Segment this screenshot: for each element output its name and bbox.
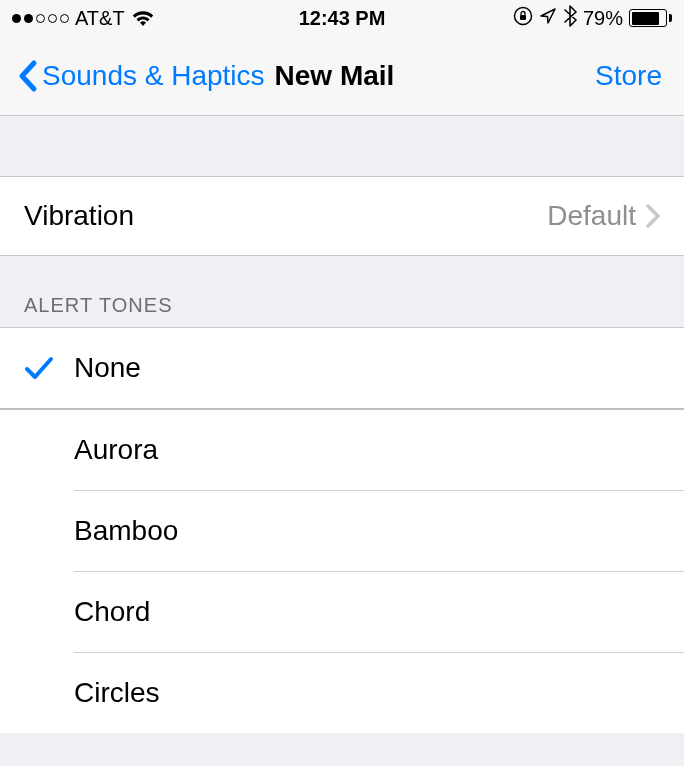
tone-label: Bamboo — [66, 515, 178, 547]
rotation-lock-icon — [513, 6, 533, 31]
tone-label: Aurora — [66, 434, 158, 466]
carrier-label: AT&T — [75, 7, 125, 30]
wifi-icon — [131, 9, 155, 27]
alert-tones-list: None Aurora Bamboo Chord Circles — [0, 327, 684, 733]
page-title: New Mail — [275, 60, 395, 92]
tone-row-none[interactable]: None — [0, 328, 684, 408]
chevron-left-icon — [18, 59, 38, 93]
store-button[interactable]: Store — [595, 60, 662, 92]
battery-percent: 79% — [583, 7, 623, 30]
navigation-bar: Sounds & Haptics New Mail Store — [0, 36, 684, 116]
chevron-right-icon — [646, 204, 660, 228]
tone-row-circles[interactable]: Circles — [0, 653, 684, 733]
bluetooth-icon — [563, 5, 577, 32]
tone-row-chord[interactable]: Chord — [0, 572, 684, 652]
status-bar: AT&T 12:43 PM 79% — [0, 0, 684, 36]
location-icon — [539, 7, 557, 30]
vibration-value-wrap: Default — [547, 200, 660, 232]
tone-row-bamboo[interactable]: Bamboo — [0, 491, 684, 571]
vibration-label: Vibration — [24, 200, 134, 232]
battery-icon — [629, 9, 672, 27]
status-left: AT&T — [12, 7, 155, 30]
tone-label: Chord — [66, 596, 150, 628]
tone-row-aurora[interactable]: Aurora — [0, 410, 684, 490]
signal-strength-icon — [12, 14, 69, 23]
tone-label: Circles — [66, 677, 160, 709]
spacer — [0, 116, 684, 176]
vibration-row[interactable]: Vibration Default — [0, 176, 684, 256]
checkmark-icon — [24, 355, 66, 381]
status-right: 79% — [513, 5, 672, 32]
vibration-value: Default — [547, 200, 636, 232]
tone-label: None — [66, 352, 141, 384]
svg-rect-1 — [520, 15, 526, 20]
back-label: Sounds & Haptics — [42, 60, 265, 92]
back-button[interactable]: Sounds & Haptics — [18, 59, 265, 93]
status-time: 12:43 PM — [299, 7, 386, 30]
alert-tones-header: ALERT TONES — [0, 256, 684, 327]
